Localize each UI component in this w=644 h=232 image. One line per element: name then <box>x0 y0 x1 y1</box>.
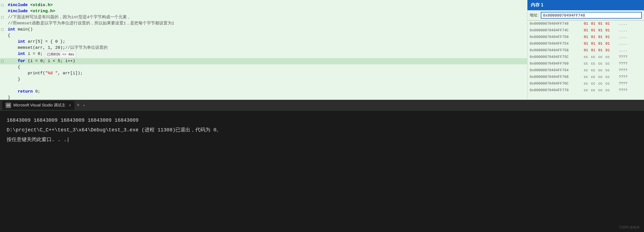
mem-bytes: cc cc cc cc <box>584 74 617 80</box>
mem-byte: cc <box>605 81 611 86</box>
mem-byte: cc <box>591 68 597 73</box>
mem-bytes: cc cc cc cc <box>584 81 617 86</box>
mem-chars: ???? <box>619 74 627 80</box>
mem-addr: 0x00000070494FF760 <box>530 61 584 67</box>
code-line-9: int i = 0; 已用时间 <= 4ms <box>0 51 527 58</box>
mem-bytes: cc cc cc cc <box>584 61 617 67</box>
vs-icon: VS <box>6 103 11 108</box>
line-prefix: □ <box>1 27 7 33</box>
memory-row: 0x00000070494FF750 01 01 01 01 .... <box>527 34 644 40</box>
code-line-15: return 0; <box>0 89 527 95</box>
code-text: //下面这种写法是有问题的，因为int型是4个字节构成一个元素， <box>8 14 131 21</box>
mem-addr: 0x00000070494FF758 <box>530 48 584 53</box>
mem-bytes: cc cc cc cc <box>584 54 617 60</box>
memory-row: 0x00000070494FF75C cc cc cc cc ???? <box>527 54 644 60</box>
line-prefix: □ <box>1 58 7 64</box>
terminal-content: 16843009 16843009 16843009 16843009 1684… <box>0 111 644 232</box>
mem-byte: cc <box>598 74 604 80</box>
tab-close-button[interactable]: × <box>69 103 71 108</box>
code-text: int main() <box>8 27 33 33</box>
mem-byte: 01 <box>591 28 597 33</box>
memory-row: 0x00000070494FF76C cc cc cc cc ???? <box>527 80 644 87</box>
mem-byte: 01 <box>598 21 604 27</box>
mem-byte: 01 <box>605 21 611 27</box>
tab-dropdown-button[interactable]: ▾ <box>82 103 86 108</box>
code-line-16: } <box>0 95 527 100</box>
mem-chars: .... <box>619 21 627 27</box>
mem-byte: cc <box>584 88 589 93</box>
tooltip-badge: 已用时间 <= 4ms <box>45 51 76 58</box>
code-line-10: □ for (i = 0; i < 5; i++) <box>0 58 527 64</box>
mem-byte: cc <box>605 74 611 80</box>
mem-bytes: 01 01 01 01 <box>584 41 617 47</box>
mem-chars: ???? <box>619 81 627 86</box>
line-prefix: □ <box>1 14 7 21</box>
memory-address-label: 地址: <box>530 13 539 18</box>
mem-byte: 01 <box>598 41 604 47</box>
mem-byte: 01 <box>598 48 604 53</box>
mem-chars: .... <box>619 48 627 53</box>
mem-byte: 01 <box>605 41 611 47</box>
memory-row: 0x00000070494FF748 01 01 01 01 .... <box>527 21 644 27</box>
mem-bytes: 01 01 01 01 <box>584 34 617 40</box>
code-text: #include <string.h> <box>8 8 55 14</box>
terminal-tab[interactable]: VS Microsoft Visual Studio 调试主 × <box>2 101 74 110</box>
mem-bytes: cc cc cc cc <box>584 88 617 93</box>
mem-byte: cc <box>591 88 597 93</box>
mem-byte: cc <box>605 68 611 73</box>
memory-row: 0x00000070494FF768 cc cc cc cc ???? <box>527 74 644 80</box>
mem-chars: ???? <box>619 88 627 93</box>
terminal-area: VS Microsoft Visual Studio 调试主 × + ▾ 168… <box>0 100 644 232</box>
code-text: { <box>8 64 20 70</box>
mem-addr: 0x00000070494FF764 <box>530 68 584 73</box>
terminal-tab-label: Microsoft Visual Studio 调试主 <box>13 103 65 108</box>
mem-byte: cc <box>598 54 604 60</box>
code-line-4: //而memset函数是以字节为单位进行设置的，所以如果要设置1，是把每个字节都… <box>0 21 527 27</box>
mem-byte: cc <box>584 74 589 80</box>
mem-chars: .... <box>619 28 627 33</box>
tab-add-button[interactable]: + <box>74 103 82 108</box>
code-text: return 0; <box>8 89 40 95</box>
code-text: { <box>8 33 10 39</box>
memory-row: 0x00000070494FF760 cc cc cc cc ???? <box>527 60 644 67</box>
mem-bytes: 01 01 01 01 <box>584 48 617 53</box>
mem-byte: 01 <box>584 41 589 47</box>
code-text: } <box>8 77 20 83</box>
mem-byte: cc <box>598 88 604 93</box>
mem-byte: 01 <box>605 28 611 33</box>
memory-address-input[interactable] <box>541 12 642 19</box>
code-text: } <box>8 95 10 100</box>
code-text: int arr[5] = { 0 }; <box>8 39 65 45</box>
code-text: memset(arr, 1, 20);//以字节为单位设置的 <box>8 45 108 51</box>
mem-byte: cc <box>598 61 604 67</box>
mem-addr: 0x00000070494FF76C <box>530 81 584 86</box>
mem-chars: ???? <box>619 54 627 60</box>
watermark: CSDN @焰杀. <box>619 225 641 230</box>
mem-byte: 01 <box>584 21 589 27</box>
top-area: □ #include <stdio.h> #include <string.h>… <box>0 0 644 100</box>
code-text: #include <stdio.h> <box>8 2 53 8</box>
mem-byte: 01 <box>591 34 597 40</box>
mem-byte: 01 <box>591 41 597 47</box>
mem-byte: cc <box>591 74 597 80</box>
memory-rows: 0x00000070494FF748 01 01 01 01 .... 0x00… <box>527 21 644 100</box>
mem-bytes: 01 01 01 01 <box>584 21 617 27</box>
code-text <box>8 83 10 89</box>
mem-byte: cc <box>591 61 597 67</box>
code-text: printf("%d ", arr[i]); <box>8 70 83 77</box>
mem-byte: cc <box>598 81 604 86</box>
mem-byte: 01 <box>584 48 589 53</box>
code-line-12: printf("%d ", arr[i]); <box>0 70 527 77</box>
mem-byte: 01 <box>605 34 611 40</box>
mem-addr: 0x00000070494FF748 <box>530 21 584 27</box>
mem-chars: .... <box>619 34 627 40</box>
code-line-7: int arr[5] = { 0 }; <box>0 39 527 45</box>
mem-addr: 0x00000070494FF754 <box>530 41 584 47</box>
mem-byte: cc <box>591 81 597 86</box>
code-line-6: { <box>0 33 527 39</box>
memory-panel: 内存 1 地址: 0x00000070494FF748 01 01 01 01 … <box>527 0 644 100</box>
code-text: int i = 0; <box>8 51 43 57</box>
mem-byte: cc <box>584 68 589 73</box>
mem-byte: cc <box>584 81 589 86</box>
code-line-3: □ //下面这种写法是有问题的，因为int型是4个字节构成一个元素， <box>0 14 527 21</box>
